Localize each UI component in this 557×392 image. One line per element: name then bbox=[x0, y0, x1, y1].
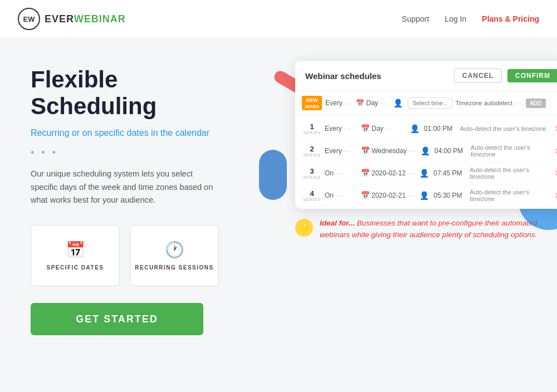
calendar-icon-new: 📅 bbox=[356, 99, 364, 107]
timezone-field: Auto-detect the user's timezone bbox=[460, 125, 550, 132]
recurring-sessions-card[interactable]: 🕐 RECURRING SESSIONS bbox=[130, 225, 219, 286]
freq-field: On ··· bbox=[325, 169, 358, 177]
new-badge: NEW SERIES bbox=[302, 96, 322, 110]
hero-description: Our unique scheduling system lets you se… bbox=[31, 168, 220, 208]
clock-icon: 🕐 bbox=[165, 241, 184, 259]
cancel-button[interactable]: CANCEL bbox=[454, 68, 502, 83]
right-panel: Webinar schedules CANCEL CONFIRM NEW SER… bbox=[256, 38, 557, 252]
star-icon: ⭐ bbox=[295, 219, 313, 237]
recurring-sessions-label: RECURRING SESSIONS bbox=[135, 264, 213, 271]
main-content: Flexible Scheduling Recurring or on spec… bbox=[0, 38, 557, 392]
table-row: 3 SERIES On ··· 📅 2020-02-12 ··· 👤 07:45… bbox=[295, 162, 557, 184]
left-panel: Flexible Scheduling Recurring or on spec… bbox=[0, 38, 256, 352]
calendar-icon-row: 📅 bbox=[361, 169, 370, 177]
freq-more-dots[interactable]: ··· bbox=[335, 191, 343, 199]
table-row: 2 SERIES Every ··· 📅 Wednesday ··· 👤 04:… bbox=[295, 140, 557, 162]
login-link[interactable]: Log In bbox=[444, 14, 466, 23]
new-day-field: 📅 Day ··· bbox=[356, 99, 388, 107]
day-more-dots[interactable]: ··· bbox=[385, 124, 393, 133]
day-more-btn[interactable]: ··· bbox=[380, 99, 388, 107]
person-icon-row: 👤 bbox=[419, 169, 429, 178]
timezone-field: Auto-detect the user's timezone bbox=[471, 144, 550, 158]
freq-field: On ··· bbox=[325, 191, 358, 199]
person-icon-new: 👤 bbox=[393, 99, 403, 107]
get-started-button[interactable]: GET STARTED bbox=[31, 303, 203, 335]
feature-cards: 📅 SPECIFIC DATES 🕐 RECURRING SESSIONS bbox=[31, 225, 234, 286]
time-field: 04:00 PM bbox=[434, 147, 468, 155]
series-badge: 3 SERIES bbox=[302, 167, 322, 179]
freq-more-btn[interactable]: ··· bbox=[345, 99, 353, 107]
logo-text: EVERWEBINAR bbox=[45, 13, 126, 25]
logo: EW EVERWEBINAR bbox=[18, 8, 126, 30]
schedule-actions: CANCEL CONFIRM bbox=[454, 68, 557, 83]
person-icon-row: 👤 bbox=[421, 146, 430, 155]
time-field: 01:00 PM bbox=[424, 125, 457, 133]
logo-icon: EW bbox=[18, 8, 40, 30]
add-button[interactable]: ADD bbox=[526, 99, 546, 108]
specific-dates-label: SPECIFIC DATES bbox=[46, 264, 104, 271]
calendar-icon-row: 📅 bbox=[361, 124, 370, 133]
time-field: 05:30 PM bbox=[433, 192, 467, 199]
new-series-row: NEW SERIES Every ··· 📅 Day ··· 👤 Timezon… bbox=[295, 91, 557, 115]
day-field: 📅 2020-02-12 ··· bbox=[361, 169, 415, 177]
freq-more-dots[interactable]: ··· bbox=[335, 169, 343, 177]
day-field: 📅 Day ··· bbox=[361, 124, 405, 133]
ideal-section: ⭐ Ideal for... Businesses that want to p… bbox=[295, 218, 557, 241]
table-row: 1 SERIES Every ··· 📅 Day ··· 👤 01:00 PM … bbox=[295, 117, 557, 140]
plans-pricing-link[interactable]: Plans & Pricing bbox=[482, 14, 539, 23]
freq-more-dots[interactable]: ··· bbox=[344, 146, 351, 155]
person-icon-row: 👤 bbox=[410, 124, 419, 133]
delete-button[interactable]: ✕ bbox=[555, 191, 557, 200]
delete-button[interactable]: ✕ bbox=[555, 124, 557, 133]
day-more-dots[interactable]: ··· bbox=[407, 169, 415, 177]
specific-dates-card[interactable]: 📅 SPECIFIC DATES bbox=[31, 225, 120, 286]
timezone-field: Auto-detect the user's timezone bbox=[470, 166, 550, 180]
freq-field: Every ··· bbox=[325, 146, 358, 155]
delete-button[interactable]: ✕ bbox=[555, 169, 557, 178]
delete-button[interactable]: ✕ bbox=[555, 146, 557, 155]
schedule-header: Webinar schedules CANCEL CONFIRM bbox=[295, 61, 557, 91]
nav-links: Support Log In Plans & Pricing bbox=[402, 14, 539, 23]
timezone-field: Auto-detect the user's timezone bbox=[470, 189, 550, 202]
day-field: 📅 2020-02-21 ··· bbox=[361, 191, 415, 199]
decorative-dots: • • • bbox=[31, 147, 234, 159]
day-more-dots[interactable]: ··· bbox=[408, 146, 416, 155]
series-badge: 1 SERIES bbox=[302, 122, 322, 135]
support-link[interactable]: Support bbox=[402, 14, 429, 23]
day-field: 📅 Wednesday ··· bbox=[361, 146, 416, 155]
new-freq-field: Every ··· bbox=[325, 99, 353, 107]
page-title: Flexible Scheduling bbox=[31, 66, 234, 120]
calendar-icon-row: 📅 bbox=[361, 191, 370, 199]
freq-more-dots[interactable]: ··· bbox=[344, 124, 351, 133]
day-more-dots[interactable]: ··· bbox=[407, 191, 415, 199]
navbar: EW EVERWEBINAR Support Log In Plans & Pr… bbox=[0, 0, 557, 38]
series-badge: 2 SERIES bbox=[302, 145, 322, 157]
time-field: 07:45 PM bbox=[433, 169, 467, 177]
select-time-input[interactable] bbox=[408, 97, 452, 109]
table-row: 4 SERIES On ··· 📅 2020-02-21 ··· 👤 05:30… bbox=[295, 184, 557, 207]
hero-subtitle: Recurring or on specific dates in the ca… bbox=[31, 128, 234, 138]
tz-more-btn[interactable]: ··· bbox=[515, 99, 522, 107]
deco-blob-blue-left bbox=[259, 150, 287, 200]
timezone-new: Timezone autodetect ··· bbox=[456, 99, 522, 107]
schedule-card: Webinar schedules CANCEL CONFIRM NEW SER… bbox=[295, 61, 557, 209]
calendar-icon-row: 📅 bbox=[361, 146, 370, 155]
freq-field: Every ··· bbox=[325, 124, 358, 133]
person-icon-row: 👤 bbox=[419, 191, 429, 200]
series-badge: 4 SERIES bbox=[302, 189, 322, 202]
calendar-icon: 📅 bbox=[66, 241, 85, 259]
confirm-button[interactable]: CONFIRM bbox=[507, 69, 557, 82]
schedule-rows: 1 SERIES Every ··· 📅 Day ··· 👤 01:00 PM … bbox=[295, 115, 557, 209]
ideal-text: Ideal for... Businesses that want to pre… bbox=[320, 218, 557, 241]
schedule-title: Webinar schedules bbox=[305, 71, 381, 81]
